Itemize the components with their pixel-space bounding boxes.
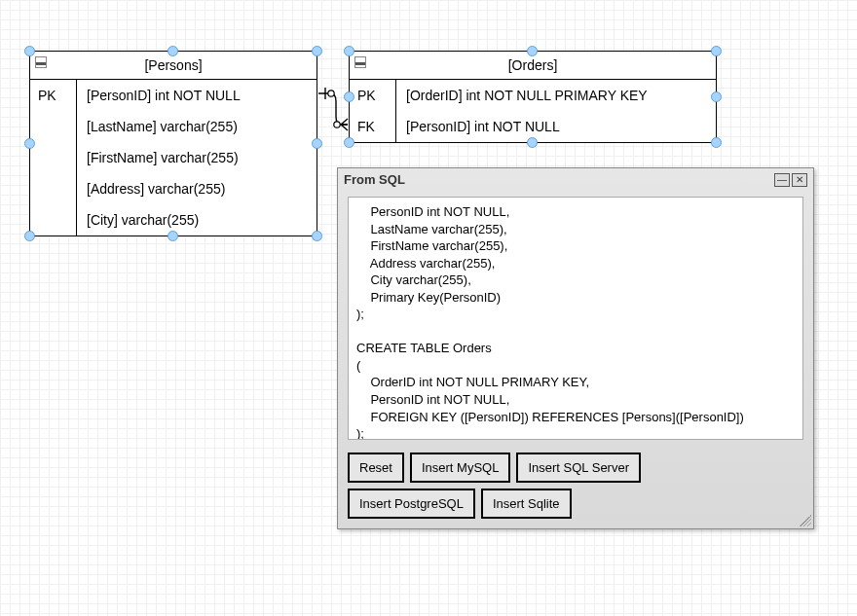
diagram-canvas[interactable]: ▬ [Persons] PK [PersonID] int NOT NULL [… <box>0 0 857 616</box>
close-button[interactable]: ✕ <box>792 173 807 187</box>
from-sql-dialog[interactable]: From SQL — ✕ Reset Insert MySQL Insert S… <box>337 167 814 529</box>
dialog-title: From SQL <box>344 172 772 187</box>
insert-postgres-button[interactable]: Insert PostgreSQL <box>348 489 475 519</box>
svg-point-2 <box>334 122 340 127</box>
dialog-titlebar[interactable]: From SQL — ✕ <box>338 168 813 191</box>
insert-sqlserver-button[interactable]: Insert SQL Server <box>516 453 641 483</box>
insert-sqlite-button[interactable]: Insert Sqlite <box>481 489 572 519</box>
minimize-button[interactable]: — <box>774 173 790 187</box>
svg-point-1 <box>328 91 334 96</box>
reset-button[interactable]: Reset <box>348 453 404 483</box>
sql-textarea[interactable] <box>348 197 803 440</box>
insert-mysql-button[interactable]: Insert MySQL <box>410 453 510 483</box>
svg-line-5 <box>341 125 348 130</box>
resize-grip-icon[interactable] <box>800 515 811 526</box>
svg-line-3 <box>341 119 348 125</box>
